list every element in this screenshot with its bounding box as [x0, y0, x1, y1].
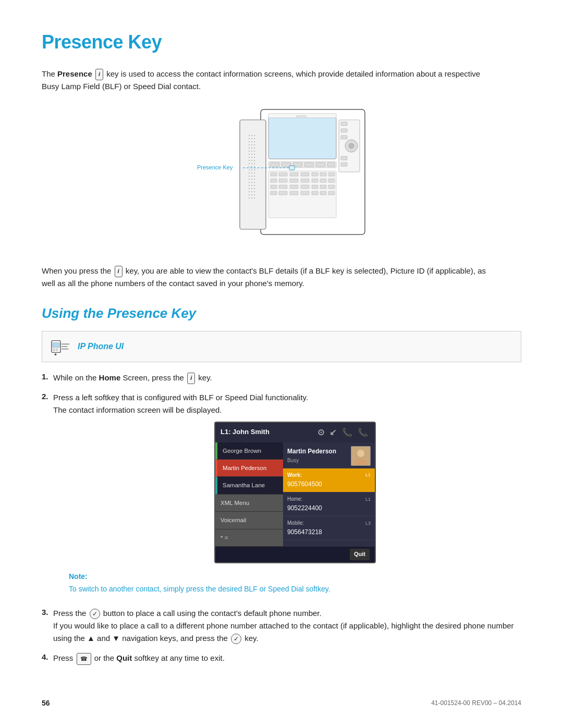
svg-rect-114: [289, 166, 295, 170]
phone-row-work[interactable]: Work: L1 9057604500: [283, 468, 375, 492]
svg-point-79: [249, 166, 250, 167]
svg-point-67: [249, 154, 250, 155]
contact-avatar: [351, 446, 371, 466]
svg-point-49: [249, 135, 250, 136]
svg-rect-31: [301, 179, 309, 182]
intro-paragraph: The Presence i key is used to access the…: [42, 68, 490, 93]
check-key-icon-2: ✓: [231, 634, 241, 644]
svg-point-62: [251, 147, 252, 149]
screen-footer: Quit: [215, 547, 375, 562]
svg-rect-46: [312, 191, 318, 195]
svg-point-73: [249, 160, 250, 161]
note-label: Note:: [69, 571, 521, 582]
svg-point-122: [55, 353, 57, 355]
step-1-number: 1.: [42, 372, 53, 381]
step-4-number: 4.: [42, 652, 53, 661]
svg-point-66: [254, 151, 255, 152]
svg-point-97: [249, 185, 250, 186]
svg-point-56: [251, 141, 252, 142]
svg-point-82: [249, 169, 250, 170]
phone-diagram-container: AASTRA: [42, 104, 521, 250]
step-4-quit-bold: Quit: [116, 653, 132, 662]
body-text-content: key, you are able to view the contact's …: [42, 266, 486, 288]
svg-point-96: [254, 182, 255, 183]
svg-rect-40: [320, 185, 326, 189]
screen-title: L1: John Smith: [221, 427, 270, 438]
svg-text:Presence Key: Presence Key: [197, 164, 233, 170]
home-label: Home:: [287, 495, 302, 503]
contact-star[interactable]: * =: [215, 529, 283, 547]
svg-point-61: [249, 147, 250, 149]
svg-point-105: [254, 191, 255, 192]
svg-rect-42: [271, 191, 277, 195]
svg-rect-48: [328, 191, 335, 195]
svg-rect-11: [341, 156, 347, 160]
svg-point-107: [251, 194, 252, 195]
svg-rect-1: [240, 120, 266, 229]
svg-rect-6: [341, 122, 347, 126]
svg-point-94: [249, 182, 250, 183]
contact-status: Busy: [287, 456, 351, 465]
steps-list: 1. While on the Home Screen, press the i…: [42, 372, 521, 665]
svg-point-74: [251, 160, 252, 161]
contact-xml[interactable]: XML Menu: [215, 495, 283, 512]
quit-button[interactable]: Quit: [350, 549, 370, 560]
svg-rect-28: [271, 179, 277, 182]
contact-samantha[interactable]: Samantha Lane: [215, 477, 283, 494]
phone-row-mobile[interactable]: Mobile: L3 9056473218: [283, 516, 375, 540]
svg-rect-17: [304, 163, 314, 167]
screen-image-wrapper: L1: John Smith ⊙ ↙ 📞 📞 George Brown Mart…: [69, 422, 521, 563]
svg-point-89: [251, 176, 252, 177]
svg-point-70: [249, 157, 250, 158]
svg-rect-22: [279, 172, 287, 176]
svg-point-51: [254, 135, 255, 136]
svg-point-69: [254, 154, 255, 155]
svg-point-54: [254, 138, 255, 139]
step-3-number: 3.: [42, 607, 53, 616]
svg-point-110: [251, 198, 252, 199]
svg-rect-41: [328, 185, 335, 189]
svg-rect-7: [341, 129, 347, 132]
svg-rect-33: [320, 179, 326, 182]
ip-phone-ui-bar: IP Phone UI: [42, 331, 521, 362]
svg-rect-8: [341, 135, 347, 139]
contact-name-block: Martin Pederson Busy: [287, 447, 351, 465]
svg-point-71: [251, 157, 252, 158]
mobile-label: Mobile:: [287, 519, 304, 527]
svg-rect-2: [268, 117, 336, 159]
svg-point-102: [254, 188, 255, 189]
svg-rect-39: [312, 185, 318, 189]
svg-rect-35: [271, 185, 277, 189]
svg-point-63: [254, 147, 255, 149]
step-1-content: While on the Home Screen, press the i ke…: [53, 372, 521, 384]
svg-point-124: [357, 450, 364, 457]
svg-point-68: [251, 154, 252, 155]
svg-rect-116: [53, 342, 59, 348]
svg-point-90: [254, 176, 255, 177]
step-3-content: Press the ✓ button to place a call using…: [53, 607, 521, 645]
svg-point-83: [251, 169, 252, 170]
contact-george[interactable]: George Brown: [215, 442, 283, 460]
svg-rect-37: [290, 185, 298, 189]
footer-bar: 56 41-001524-00 REV00 – 04.2014: [42, 699, 521, 707]
phone-row-home[interactable]: Home: L1 9052224400: [283, 492, 375, 516]
svg-point-100: [249, 188, 250, 189]
svg-point-72: [254, 157, 255, 158]
step-1-key: i: [187, 373, 195, 384]
contact-martin[interactable]: Martin Pederson: [215, 460, 283, 477]
svg-point-86: [251, 172, 252, 174]
left-panel: George Brown Martin Pederson Samantha La…: [215, 442, 283, 547]
step-3-subtext: If you would like to place a call to a d…: [53, 621, 514, 643]
contact-voicemail[interactable]: Voicemail: [215, 512, 283, 529]
note-text: To switch to another contact, simply pre…: [69, 583, 521, 595]
screen-body: George Brown Martin Pederson Samantha La…: [215, 442, 375, 547]
svg-rect-36: [279, 185, 287, 189]
mobile-badge: L3: [365, 520, 371, 527]
svg-point-65: [251, 151, 252, 152]
svg-point-52: [249, 138, 250, 139]
svg-point-101: [251, 188, 252, 189]
svg-point-59: [251, 144, 252, 145]
svg-point-91: [249, 179, 250, 180]
svg-point-92: [251, 179, 252, 180]
presence-key-icon: i: [95, 69, 103, 80]
